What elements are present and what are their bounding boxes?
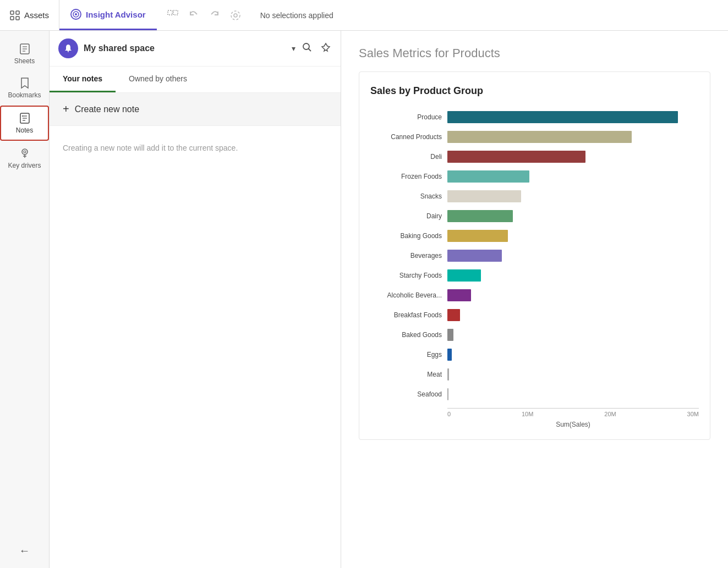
- insight-label: Insight Advisor: [86, 10, 146, 19]
- pin-button[interactable]: [320, 41, 332, 56]
- svg-point-6: [75, 13, 77, 15]
- bar-track: [447, 250, 699, 262]
- insight-icon: [70, 9, 81, 20]
- assets-label: Assets: [24, 10, 49, 20]
- bar-row: Breakfast Foods: [370, 306, 699, 324]
- notes-icon: [19, 112, 31, 124]
- bar-fill: [447, 230, 508, 242]
- bar-fill: [447, 210, 513, 222]
- bar-row: Seafood: [370, 385, 699, 404]
- notes-header: My shared space ▾: [50, 31, 341, 67]
- bar-fill: [447, 368, 449, 380]
- sidebar-item-notes[interactable]: Notes: [0, 106, 49, 141]
- sidebar-item-sheets[interactable]: Sheets: [0, 37, 49, 70]
- bar-track: [447, 111, 699, 123]
- bar-track: [447, 151, 699, 163]
- topbar: Assets Insight Advisor: [0, 0, 728, 31]
- search-icon: [302, 42, 312, 52]
- notes-tabs: Your notes Owned by others: [50, 67, 341, 93]
- bar-fill: [447, 269, 481, 282]
- bar-label: Alcoholic Bevera...: [370, 291, 447, 299]
- axis-tick: 30M: [687, 411, 699, 417]
- svg-rect-3: [16, 16, 19, 20]
- bar-label: Deli: [370, 153, 447, 161]
- bar-label: Snacks: [370, 192, 447, 200]
- bar-track: [447, 170, 699, 183]
- bar-track: [447, 289, 699, 301]
- bar-label: Meat: [370, 371, 447, 378]
- bar-track: [447, 349, 699, 361]
- bar-label: Seafood: [370, 390, 447, 398]
- notes-empty-message: Creating a new note will add it to the c…: [50, 126, 341, 170]
- bar-chart: ProduceCanned ProductsDeliFrozen FoodsSn…: [370, 108, 699, 405]
- svg-rect-7: [168, 10, 172, 15]
- no-selections-label: No selections applied: [251, 11, 342, 20]
- bar-fill: [447, 151, 585, 163]
- tab-your-notes[interactable]: Your notes: [50, 67, 116, 92]
- bar-label: Starchy Foods: [370, 272, 447, 279]
- bar-row: Starchy Foods: [370, 266, 699, 285]
- bar-row: Produce: [370, 108, 699, 126]
- svg-point-10: [231, 11, 240, 20]
- redo-btn[interactable]: [205, 6, 224, 25]
- bar-row: Deli: [370, 147, 699, 166]
- chevron-down-icon[interactable]: ▾: [292, 44, 295, 53]
- assets-tab[interactable]: Assets: [0, 0, 59, 30]
- bar-fill: [447, 170, 529, 183]
- search-button[interactable]: [301, 41, 313, 56]
- bookmarks-icon: [19, 77, 30, 89]
- bar-fill: [447, 289, 471, 301]
- create-note-label: Create new note: [75, 104, 139, 114]
- space-name: My shared space: [84, 43, 286, 53]
- svg-rect-0: [10, 11, 14, 14]
- svg-line-27: [309, 48, 311, 51]
- bar-label: Breakfast Foods: [370, 311, 447, 319]
- sidebar-item-bookmarks[interactable]: Bookmarks: [0, 71, 49, 104]
- bar-track: [447, 190, 699, 202]
- redo-icon: [209, 10, 220, 21]
- bar-track: [447, 269, 699, 282]
- collapse-sidebar-button[interactable]: ←: [15, 540, 35, 561]
- bar-track: [447, 230, 699, 242]
- bar-label: Frozen Foods: [370, 173, 447, 180]
- sheets-label: Sheets: [14, 57, 35, 65]
- notes-panel: My shared space ▾ Your notes Owned by o: [50, 31, 341, 568]
- bar-track: [447, 309, 699, 321]
- selection-tool-btn[interactable]: [163, 6, 182, 25]
- page-title: Sales Metrics for Products: [359, 46, 710, 60]
- bar-fill: [447, 190, 521, 202]
- svg-point-26: [303, 43, 309, 49]
- bar-row: Canned Products: [370, 128, 699, 146]
- undo-btn[interactable]: [184, 6, 203, 25]
- bar-fill: [447, 388, 448, 400]
- pin-icon: [321, 42, 331, 52]
- settings-btn[interactable]: [226, 6, 245, 25]
- bar-label: Eggs: [370, 351, 447, 359]
- axis-tick: 0: [447, 411, 451, 417]
- bar-label: Dairy: [370, 212, 447, 220]
- chart-area: Sales Metrics for Products Sales by Prod…: [341, 31, 728, 568]
- bar-row: Snacks: [370, 187, 699, 206]
- bar-row: Beverages: [370, 246, 699, 265]
- bar-row: Dairy: [370, 207, 699, 225]
- sidebar-item-key-drivers[interactable]: Key drivers: [0, 142, 49, 175]
- bar-row: Baked Goods: [370, 326, 699, 344]
- tab-owned-by-others[interactable]: Owned by others: [116, 67, 200, 92]
- undo-icon: [188, 10, 199, 21]
- settings-icon: [230, 10, 241, 21]
- bar-row: Baking Goods: [370, 227, 699, 245]
- bar-fill: [447, 131, 632, 143]
- left-sidebar: Sheets Bookmarks Notes: [0, 31, 50, 568]
- insight-advisor-tab[interactable]: Insight Advisor: [59, 0, 157, 30]
- assets-icon: [10, 10, 20, 20]
- bar-fill: [447, 111, 678, 123]
- notes-label: Notes: [16, 126, 33, 134]
- bookmarks-label: Bookmarks: [8, 91, 41, 99]
- svg-rect-8: [173, 10, 178, 15]
- svg-point-20: [22, 149, 28, 155]
- header-icons: [301, 41, 332, 56]
- create-new-note-button[interactable]: + Create new note: [50, 93, 341, 126]
- key-drivers-icon: [19, 147, 31, 159]
- bar-label: Baking Goods: [370, 232, 447, 240]
- toolbar-tools: [157, 0, 251, 30]
